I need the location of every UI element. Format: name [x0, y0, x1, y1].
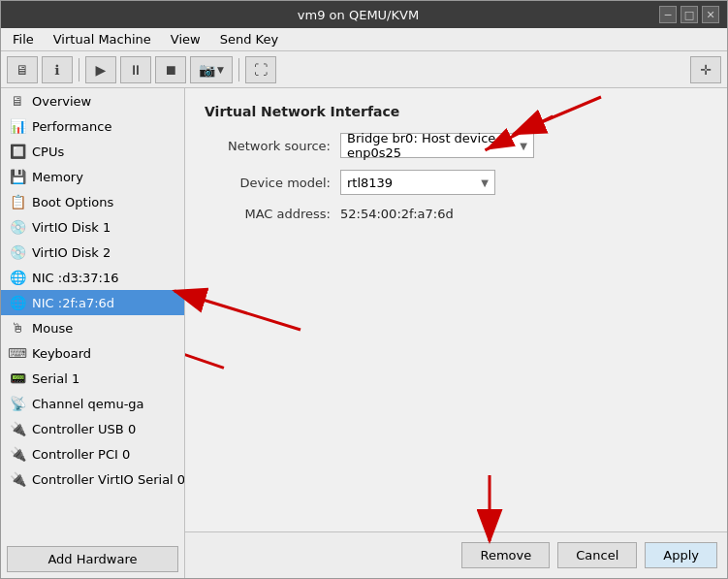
channel-qemu-ga-icon: 📡 — [9, 395, 26, 412]
menubar: File Virtual Machine View Send Key — [1, 28, 727, 51]
virtio-disk-1-icon: 💿 — [9, 218, 26, 236]
add-hardware-button[interactable]: Add Hardware — [7, 546, 178, 572]
sidebar-item-nic-2f[interactable]: 🌐 NIC :2f:a7:6d — [1, 290, 184, 315]
nic-d3-icon: 🌐 — [9, 269, 26, 286]
sidebar-item-mouse[interactable]: 🖱 Mouse — [1, 315, 184, 340]
snapshot-icon: 📷 — [199, 62, 215, 78]
device-model-label: Device model: — [205, 176, 331, 190]
details-button[interactable]: ℹ — [42, 56, 73, 83]
performance-icon: 📊 — [9, 117, 26, 135]
keyboard-icon: ⌨ — [9, 344, 26, 362]
content-area: 🖥 Overview 📊 Performance 🔲 CPUs 💾 Memory… — [1, 88, 727, 578]
sidebar-item-keyboard[interactable]: ⌨ Keyboard — [1, 340, 184, 366]
bottom-button-bar: Remove Cancel Apply — [185, 531, 727, 578]
main-window: vm9 on QEMU/KVM ─ □ ✕ File Virtual Machi… — [0, 0, 728, 579]
device-model-value: rtl8139 — [347, 176, 393, 190]
network-source-select[interactable]: Bridge br0: Host device enp0s25 ▼ — [340, 133, 534, 158]
memory-icon: 💾 — [9, 168, 26, 185]
controller-usb-0-icon: 🔌 — [9, 420, 26, 437]
sidebar-item-cpus[interactable]: 🔲 CPUs — [1, 139, 184, 164]
snapshot-button[interactable]: 📷 ▼ — [190, 56, 233, 83]
stop-icon: ⏹ — [164, 62, 177, 78]
apply-button[interactable]: Apply — [645, 542, 717, 568]
sidebar-item-mouse-label: Mouse — [32, 321, 73, 336]
titlebar: vm9 on QEMU/KVM ─ □ ✕ — [1, 1, 727, 28]
sidebar-item-serial-1-label: Serial 1 — [32, 371, 79, 386]
monitor-icon: 🖥 — [16, 62, 29, 78]
monitor-button[interactable]: 🖥 — [7, 56, 38, 83]
sidebar-item-controller-pci-0-label: Controller PCI 0 — [32, 447, 130, 462]
sidebar-item-controller-usb-0[interactable]: 🔌 Controller USB 0 — [1, 416, 184, 441]
sidebar-item-boot-options-label: Boot Options — [32, 195, 113, 209]
move-icon: ✛ — [700, 62, 712, 78]
sidebar-item-overview-label: Overview — [32, 94, 91, 109]
sidebar-item-virtio-disk-2[interactable]: 💿 VirtIO Disk 2 — [1, 240, 184, 265]
sidebar: 🖥 Overview 📊 Performance 🔲 CPUs 💾 Memory… — [1, 88, 185, 578]
move-button[interactable]: ✛ — [690, 56, 721, 83]
toolbar-separator-2 — [238, 58, 239, 81]
boot-options-icon: 📋 — [9, 193, 26, 210]
sidebar-item-channel-qemu-ga[interactable]: 📡 Channel qemu-ga — [1, 391, 184, 416]
toolbar: 🖥 ℹ ▶ ⏸ ⏹ 📷 ▼ ⛶ ✛ — [1, 51, 727, 88]
main-panel: Virtual Network Interface Network source… — [185, 88, 727, 531]
mac-address-row: MAC address: 52:54:00:2f:a7:6d — [205, 207, 708, 221]
mac-address-label: MAC address: — [205, 207, 331, 221]
nic-2f-icon: 🌐 — [9, 294, 26, 311]
sidebar-item-virtio-disk-1-label: VirtIO Disk 1 — [32, 220, 111, 235]
play-icon: ▶ — [96, 62, 107, 78]
sidebar-item-cpus-label: CPUs — [32, 145, 64, 159]
sidebar-item-channel-qemu-ga-label: Channel qemu-ga — [32, 397, 144, 411]
window-title: vm9 on QEMU/KVM — [57, 8, 659, 22]
sidebar-item-nic-d3[interactable]: 🌐 NIC :d3:37:16 — [1, 265, 184, 290]
overview-icon: 🖥 — [9, 92, 26, 110]
network-source-label: Network source: — [205, 139, 331, 153]
sidebar-item-nic-d3-label: NIC :d3:37:16 — [32, 271, 119, 285]
remove-button[interactable]: Remove — [461, 542, 550, 568]
network-source-row: Network source: Bridge br0: Host device … — [205, 133, 708, 158]
sidebar-item-virtio-disk-1[interactable]: 💿 VirtIO Disk 1 — [1, 214, 184, 240]
sidebar-item-memory[interactable]: 💾 Memory — [1, 164, 184, 189]
sidebar-item-boot-options[interactable]: 📋 Boot Options — [1, 189, 184, 214]
sidebar-item-keyboard-label: Keyboard — [32, 346, 91, 361]
pause-icon: ⏸ — [129, 62, 142, 78]
sidebar-item-overview[interactable]: 🖥 Overview — [1, 88, 184, 113]
sidebar-item-controller-usb-0-label: Controller USB 0 — [32, 422, 136, 436]
maximize-button[interactable]: □ — [681, 6, 698, 23]
close-button[interactable]: ✕ — [702, 6, 719, 23]
menu-file[interactable]: File — [5, 30, 42, 48]
network-source-value: Bridge br0: Host device enp0s25 — [347, 131, 516, 160]
sidebar-item-serial-1[interactable]: 📟 Serial 1 — [1, 366, 184, 391]
device-model-dropdown-icon: ▼ — [481, 177, 489, 188]
menu-send-key[interactable]: Send Key — [212, 30, 286, 48]
sidebar-item-controller-virtio-serial-0-label: Controller VirtIO Serial 0 — [32, 472, 185, 487]
controller-virtio-serial-0-icon: 🔌 — [9, 470, 26, 488]
cancel-button[interactable]: Cancel — [557, 542, 637, 568]
sidebar-item-memory-label: Memory — [32, 170, 83, 184]
pause-button[interactable]: ⏸ — [120, 56, 151, 83]
play-button[interactable]: ▶ — [85, 56, 116, 83]
menu-virtual-machine[interactable]: Virtual Machine — [46, 30, 159, 48]
sidebar-item-controller-pci-0[interactable]: 🔌 Controller PCI 0 — [1, 441, 184, 466]
stop-button[interactable]: ⏹ — [155, 56, 186, 83]
minimize-button[interactable]: ─ — [659, 6, 677, 23]
snapshot-dropdown-icon: ▼ — [217, 65, 224, 75]
sidebar-item-performance-label: Performance — [32, 119, 111, 134]
device-model-select[interactable]: rtl8139 ▼ — [340, 170, 495, 195]
virtio-disk-2-icon: 💿 — [9, 243, 26, 261]
fullscreen-icon: ⛶ — [254, 62, 268, 78]
controller-pci-0-icon: 🔌 — [9, 445, 26, 463]
network-source-dropdown-icon: ▼ — [520, 141, 527, 151]
sidebar-item-performance[interactable]: 📊 Performance — [1, 113, 184, 139]
mac-address-value: 52:54:00:2f:a7:6d — [340, 207, 454, 221]
fullscreen-button[interactable]: ⛶ — [245, 56, 276, 83]
cpus-icon: 🔲 — [9, 143, 26, 160]
sidebar-item-virtio-disk-2-label: VirtIO Disk 2 — [32, 245, 111, 260]
mouse-icon: 🖱 — [9, 319, 26, 337]
section-title: Virtual Network Interface — [205, 104, 708, 119]
titlebar-controls: ─ □ ✕ — [659, 6, 719, 23]
sidebar-item-controller-virtio-serial-0[interactable]: 🔌 Controller VirtIO Serial 0 — [1, 466, 184, 492]
sidebar-item-nic-2f-label: NIC :2f:a7:6d — [32, 296, 114, 310]
menu-view[interactable]: View — [163, 30, 208, 48]
serial-1-icon: 📟 — [9, 370, 26, 387]
toolbar-separator-1 — [79, 58, 79, 81]
